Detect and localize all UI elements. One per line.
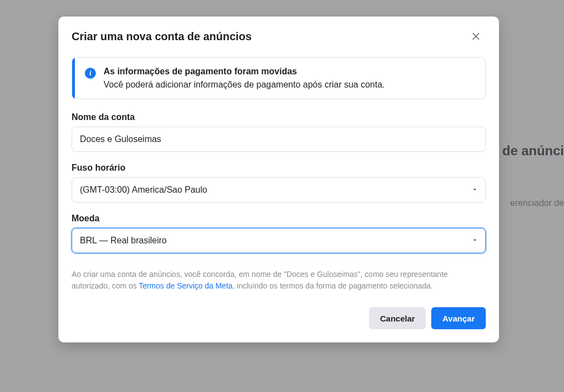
modal-header: Criar uma nova conta de anúncios	[58, 17, 499, 53]
banner-text: As informações de pagamento foram movida…	[104, 67, 385, 90]
account-name-group: Nome da conta	[72, 112, 486, 152]
info-icon-wrap: i	[85, 68, 96, 79]
currency-value: BRL — Real brasileiro	[72, 228, 486, 253]
currency-select[interactable]: BRL — Real brasileiro	[72, 228, 486, 253]
close-icon	[471, 31, 481, 41]
banner-description: Você poderá adicionar informações de pag…	[104, 80, 385, 90]
modal-footer: Cancelar Avançar	[58, 307, 499, 329]
currency-group: Moeda BRL — Real brasileiro	[72, 214, 486, 253]
next-button[interactable]: Avançar	[431, 307, 486, 329]
info-icon: i	[85, 68, 96, 79]
timezone-select[interactable]: (GMT-03:00) America/Sao Paulo	[72, 177, 486, 203]
timezone-label: Fuso horário	[72, 163, 486, 173]
terms-of-service-link[interactable]: Termos de Serviço da Meta	[139, 281, 232, 290]
banner-content: i As informações de pagamento foram movi…	[75, 58, 395, 99]
modal-title: Criar uma nova conta de anúncios	[72, 30, 252, 43]
close-button[interactable]	[466, 26, 486, 46]
cancel-button[interactable]: Cancelar	[369, 307, 426, 329]
legal-disclaimer: Ao criar uma conta de anúncios, você con…	[72, 269, 486, 292]
legal-suffix: , incluindo os termos da forma de pagame…	[232, 281, 432, 290]
timezone-group: Fuso horário (GMT-03:00) America/Sao Pau…	[72, 163, 486, 203]
currency-label: Moeda	[72, 214, 486, 224]
create-ad-account-modal: Criar uma nova conta de anúncios i As in…	[58, 17, 499, 342]
account-name-input[interactable]	[72, 127, 486, 152]
banner-title: As informações de pagamento foram movida…	[104, 67, 385, 77]
timezone-value: (GMT-03:00) America/Sao Paulo	[72, 177, 486, 203]
payment-info-banner: i As informações de pagamento foram movi…	[72, 57, 486, 99]
modal-body: i As informações de pagamento foram movi…	[58, 53, 499, 292]
account-name-label: Nome da conta	[72, 112, 486, 122]
